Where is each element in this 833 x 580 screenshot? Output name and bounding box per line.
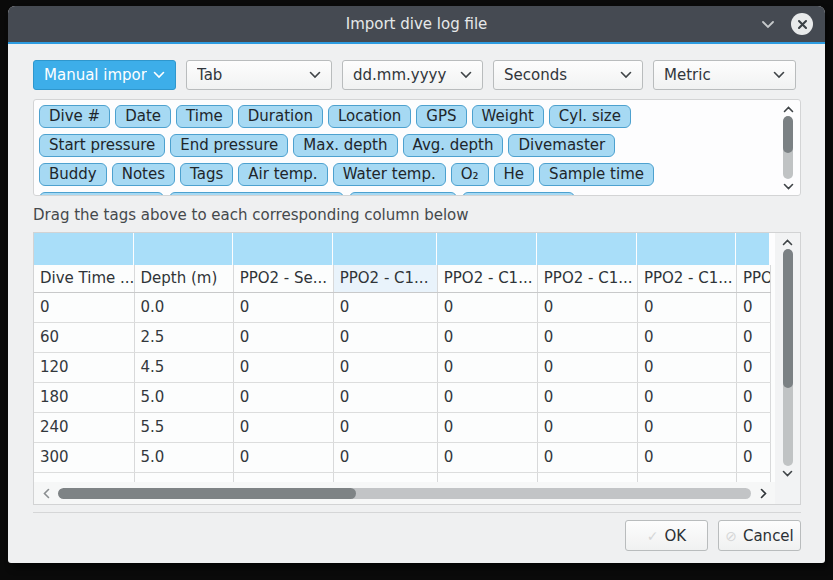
table-scroll-right-icon[interactable] (757, 488, 769, 498)
table-cell[interactable]: 0 (736, 322, 770, 352)
table-cell[interactable]: 0 (437, 442, 537, 472)
table-cell[interactable]: 0 (333, 322, 437, 352)
table-cell[interactable]: 0 (637, 292, 736, 322)
tag-pill[interactable]: Weight (472, 105, 544, 128)
table-cell[interactable]: 0 (537, 382, 637, 412)
tag-pill[interactable]: Duration (238, 105, 323, 128)
table-scroll-up-icon[interactable] (782, 237, 794, 247)
tag-pill[interactable]: Dive # (39, 105, 110, 128)
table-cell[interactable]: 0 (537, 442, 637, 472)
table-cell[interactable]: 0 (437, 322, 537, 352)
tag-pill[interactable]: Time (176, 105, 233, 128)
tag-pill[interactable]: He (494, 163, 535, 186)
tags-scrollbar-track[interactable] (783, 116, 793, 179)
field-separator-select[interactable]: Tab (186, 60, 332, 90)
tag-pill[interactable]: Buddy (39, 163, 107, 186)
table-scroll-down-icon[interactable] (782, 468, 794, 478)
ok-button[interactable]: ✓ OK (625, 520, 708, 551)
tags-scrollbar[interactable] (780, 104, 796, 191)
table-cell[interactable]: 0 (34, 292, 134, 322)
table-cell[interactable]: 5.5 (134, 412, 233, 442)
table-cell[interactable]: 5.0 (134, 382, 233, 412)
tag-pill[interactable]: Max. depth (293, 134, 397, 157)
drop-target-cell[interactable] (537, 233, 636, 265)
table-cell[interactable]: 0 (233, 322, 333, 352)
drop-target-cell[interactable] (333, 233, 436, 265)
cancel-button[interactable]: ⊘ Cancel (718, 520, 801, 551)
tag-pill[interactable]: Cyl. size (549, 105, 631, 128)
table-cell[interactable]: 0 (637, 412, 736, 442)
table-cell[interactable]: 5.0 (134, 442, 233, 472)
scroll-up-icon[interactable] (782, 104, 794, 114)
table-cell[interactable]: 0 (437, 382, 537, 412)
table-cell[interactable]: 0 (437, 292, 537, 322)
titlebar-menu-chevron-icon[interactable] (759, 17, 777, 31)
column-header[interactable]: PPO2 - C1... (333, 265, 437, 292)
tag-pill[interactable]: Start pressure (39, 134, 165, 157)
table-cell[interactable]: 300 (34, 442, 134, 472)
table-horizontal-scrollbar[interactable] (34, 482, 775, 504)
table-cell[interactable]: 0 (637, 442, 736, 472)
table-cell[interactable]: 0 (333, 442, 437, 472)
tag-pill[interactable]: Sample time (539, 163, 654, 186)
tag-pill[interactable]: Air temp. (238, 163, 327, 186)
table-vertical-scrollbar[interactable] (775, 233, 800, 482)
time-format-select[interactable]: Seconds (493, 60, 643, 90)
column-header[interactable]: Dive Time ... (34, 265, 134, 292)
tag-pill[interactable]: Sample depth (39, 192, 164, 196)
tag-pill[interactable]: Sample temperature (169, 192, 344, 196)
table-cell[interactable]: 0 (333, 382, 437, 412)
drop-target-cell[interactable] (637, 233, 735, 265)
table-cell[interactable]: 0 (736, 442, 770, 472)
table-cell[interactable]: 2.5 (134, 322, 233, 352)
table-cell[interactable]: 0 (637, 322, 736, 352)
column-header[interactable]: PPO2 - Se... (233, 265, 333, 292)
table-cell[interactable]: 0 (537, 412, 637, 442)
tag-pill[interactable]: Tags (180, 163, 233, 186)
table-cell[interactable]: 0 (333, 292, 437, 322)
table-cell[interactable]: 0 (333, 412, 437, 442)
tag-pill[interactable]: Location (328, 105, 411, 128)
table-hscroll-thumb[interactable] (58, 488, 356, 499)
tag-pill[interactable]: Sample pO₂ (349, 192, 457, 196)
tag-pill[interactable]: Avg. depth (403, 134, 504, 157)
column-header[interactable]: PPO2 (736, 265, 770, 292)
table-cell[interactable]: 0 (233, 442, 333, 472)
table-cell[interactable]: 180 (34, 382, 134, 412)
table-cell[interactable]: 0 (537, 292, 637, 322)
table-cell[interactable]: 0 (637, 382, 736, 412)
drop-target-cell[interactable] (134, 233, 232, 265)
close-button[interactable] (791, 13, 813, 35)
table-cell[interactable]: 0 (437, 352, 537, 382)
table-vscroll-track[interactable] (783, 249, 793, 466)
table-cell[interactable]: 0 (637, 352, 736, 382)
table-cell[interactable]: 0 (736, 412, 770, 442)
table-cell[interactable]: 0.0 (134, 292, 233, 322)
tag-pill[interactable]: Sample CNS (462, 192, 574, 196)
table-cell[interactable]: 60 (34, 322, 134, 352)
table-cell[interactable]: 0 (537, 352, 637, 382)
column-header[interactable]: PPO2 - C1... (537, 265, 637, 292)
table-cell[interactable]: 120 (34, 352, 134, 382)
column-header[interactable]: PPO2 - C1... (437, 265, 537, 292)
table-cell[interactable]: 0 (736, 382, 770, 412)
drop-target-cell[interactable] (437, 233, 536, 265)
date-format-select[interactable]: dd.mm.yyyy (342, 60, 483, 90)
table-cell[interactable]: 0 (736, 292, 770, 322)
tag-pill[interactable]: Divemaster (508, 134, 615, 157)
table-cell[interactable]: 4.5 (134, 352, 233, 382)
table-hscroll-track[interactable] (58, 488, 751, 499)
tag-pill[interactable]: Notes (112, 163, 175, 186)
table-cell[interactable]: 0 (333, 352, 437, 382)
tag-pill[interactable]: O₂ (451, 163, 489, 186)
import-mode-select[interactable]: Manual import (33, 60, 176, 90)
drop-target-cell[interactable] (233, 233, 332, 265)
table-vscroll-thumb[interactable] (783, 249, 793, 388)
units-select[interactable]: Metric (653, 60, 796, 90)
tag-pill[interactable]: GPS (416, 105, 466, 128)
column-header[interactable]: Depth (m) (134, 265, 233, 292)
table-cell[interactable]: 0 (233, 292, 333, 322)
scroll-down-icon[interactable] (782, 181, 794, 191)
table-cell[interactable]: 0 (537, 322, 637, 352)
table-cell[interactable]: 0 (736, 352, 770, 382)
